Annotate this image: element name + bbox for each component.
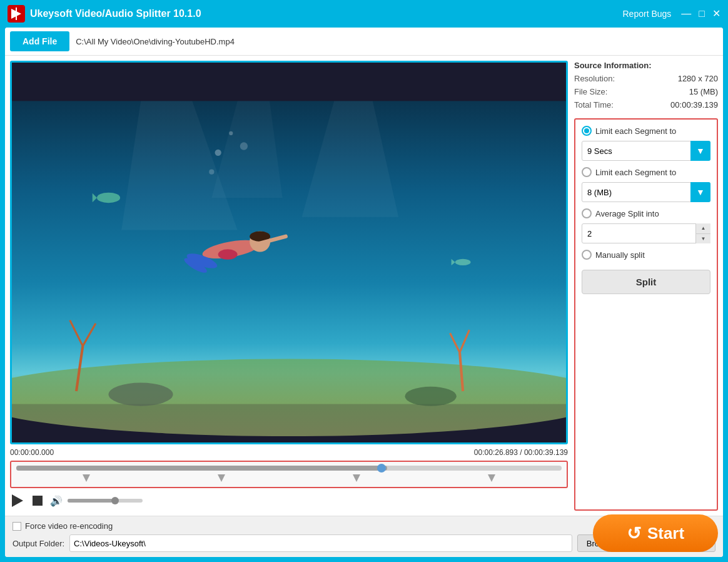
- time-current-total: 00:00:26.893 / 00:00:39.139: [474, 448, 568, 457]
- option4-radio[interactable]: [582, 250, 592, 260]
- segment-marker-3[interactable]: [353, 473, 360, 483]
- svg-point-19: [97, 193, 120, 203]
- start-icon: ↺: [627, 523, 641, 544]
- svg-point-8: [215, 150, 221, 156]
- start-button[interactable]: ↺ Start: [593, 514, 718, 552]
- spin-up-button[interactable]: ▲: [696, 223, 710, 234]
- main-container: Add File C:\All My Video\One\diving-Yout…: [5, 28, 723, 557]
- filesize-row: File Size: 15 (MB): [574, 87, 718, 96]
- svg-point-18: [218, 249, 238, 259]
- option3-row: Average Split into: [582, 208, 710, 218]
- report-bugs-link[interactable]: Report Bugs: [623, 9, 672, 19]
- play-button[interactable]: [10, 493, 25, 508]
- title-bar: Ukeysoft Video/Audio Splitter 10.1.0 Rep…: [0, 0, 728, 28]
- resolution-row: Resolution: 1280 x 720: [574, 74, 718, 83]
- svg-point-10: [209, 170, 214, 175]
- spinbox-wrapper: ▲ ▼: [582, 223, 710, 243]
- option2-dropdown[interactable]: 8 (MB) 1 (MB) 4 (MB) 16 (MB): [582, 182, 710, 202]
- option2-label: Limit each Segment to: [595, 168, 676, 177]
- option1-label: Limit each Segment to: [595, 126, 676, 136]
- option1-dropdown-wrapper: 9 Secs 1 Secs 5 Secs 10 Secs ▼: [582, 141, 710, 161]
- option2-row: Limit each Segment to: [582, 167, 710, 177]
- option1-dropdown-row: 9 Secs 1 Secs 5 Secs 10 Secs ▼: [582, 141, 710, 161]
- option3-label: Average Split into: [595, 209, 659, 218]
- resolution-label: Resolution:: [574, 74, 615, 83]
- left-panel: 00:00:00.000 00:00:26.893 / 00:00:39.139: [10, 61, 568, 511]
- filesize-value: 15 (MB): [689, 87, 718, 96]
- source-info-title: Source Information:: [574, 61, 718, 70]
- volume-fill: [68, 499, 113, 503]
- split-button[interactable]: Split: [582, 270, 710, 294]
- output-path-input[interactable]: [69, 534, 572, 552]
- encoding-checkbox-label[interactable]: Force video re-encoding: [13, 521, 113, 531]
- maximize-button[interactable]: □: [699, 9, 705, 19]
- option3-radio[interactable]: [582, 208, 592, 218]
- svg-point-9: [229, 131, 233, 135]
- output-folder-label: Output Folder:: [13, 539, 64, 548]
- svg-point-4: [12, 359, 566, 436]
- filesize-label: File Size:: [574, 87, 607, 96]
- source-info: Source Information: Resolution: 1280 x 7…: [574, 61, 718, 113]
- volume-icon: 🔊: [50, 495, 63, 507]
- totaltime-row: Total Time: 00:00:39.139: [574, 100, 718, 110]
- add-file-button[interactable]: Add File: [10, 31, 69, 51]
- title-right: Report Bugs — □ ✕: [623, 9, 721, 19]
- video-preview: [12, 63, 566, 442]
- minimize-button[interactable]: —: [681, 9, 691, 19]
- svg-point-29: [109, 383, 173, 406]
- segment-marker-1[interactable]: [83, 473, 90, 483]
- segment-markers: [16, 473, 562, 483]
- option2-radio[interactable]: [582, 167, 592, 177]
- start-label: Start: [647, 524, 684, 543]
- app-icon: [8, 5, 25, 23]
- file-path: C:\All My Video\One\diving-YoutubeHD.mp4: [76, 37, 235, 46]
- playback-controls: 🔊: [10, 491, 568, 511]
- svg-point-21: [455, 259, 471, 265]
- segment-marker-4[interactable]: [488, 473, 495, 483]
- stop-icon: [33, 496, 43, 506]
- segment-marker-2[interactable]: [218, 473, 225, 483]
- option1-row: Limit each Segment to: [582, 126, 710, 136]
- volume-slider[interactable]: [68, 499, 143, 503]
- encoding-checkbox[interactable]: [13, 522, 21, 531]
- toolbar: Add File C:\All My Video\One\diving-Yout…: [5, 28, 723, 56]
- svg-point-11: [240, 142, 248, 150]
- option1-radio[interactable]: [582, 126, 592, 136]
- play-icon: [12, 494, 23, 507]
- seek-fill: [16, 466, 387, 471]
- spinbox-row: ▲ ▼: [582, 223, 710, 243]
- option4-row: Manually split: [582, 250, 710, 260]
- option2-dropdown-wrapper: 8 (MB) 1 (MB) 4 (MB) 16 (MB) ▼: [582, 182, 710, 202]
- svg-point-30: [405, 387, 456, 406]
- seek-bar[interactable]: [16, 466, 562, 471]
- app-title: Ukeysoft Video/Audio Splitter 10.1.0: [30, 8, 201, 19]
- volume-thumb: [111, 497, 119, 504]
- resolution-value: 1280 x 720: [678, 74, 718, 83]
- option4-label: Manually split: [595, 250, 645, 260]
- title-left: Ukeysoft Video/Audio Splitter 10.1.0: [8, 5, 201, 23]
- seek-bar-row: [16, 466, 562, 471]
- spin-down-button[interactable]: ▼: [696, 234, 710, 244]
- stop-button[interactable]: [30, 493, 45, 508]
- close-button[interactable]: ✕: [712, 9, 720, 19]
- time-display: 00:00:00.000 00:00:26.893 / 00:00:39.139: [10, 447, 568, 458]
- split-options-panel: Limit each Segment to 9 Secs 1 Secs 5 Se…: [574, 118, 718, 511]
- spinbox-buttons: ▲ ▼: [695, 223, 710, 243]
- svg-rect-3: [12, 101, 566, 404]
- content-area: 00:00:00.000 00:00:26.893 / 00:00:39.139: [5, 56, 723, 516]
- totaltime-value: 00:00:39.139: [670, 100, 718, 110]
- right-panel: Source Information: Resolution: 1280 x 7…: [574, 61, 718, 511]
- option1-dropdown[interactable]: 9 Secs 1 Secs 5 Secs 10 Secs: [582, 141, 710, 161]
- video-container: [10, 61, 568, 444]
- window-controls: — □ ✕: [681, 9, 720, 19]
- encoding-label: Force video re-encoding: [25, 521, 113, 531]
- timeline-container: [10, 461, 568, 488]
- totaltime-label: Total Time:: [574, 100, 614, 110]
- option2-dropdown-row: 8 (MB) 1 (MB) 4 (MB) 16 (MB) ▼: [582, 182, 710, 202]
- spinbox-input[interactable]: [582, 223, 710, 243]
- seek-thumb[interactable]: [377, 464, 386, 473]
- time-start: 00:00:00.000: [10, 448, 54, 457]
